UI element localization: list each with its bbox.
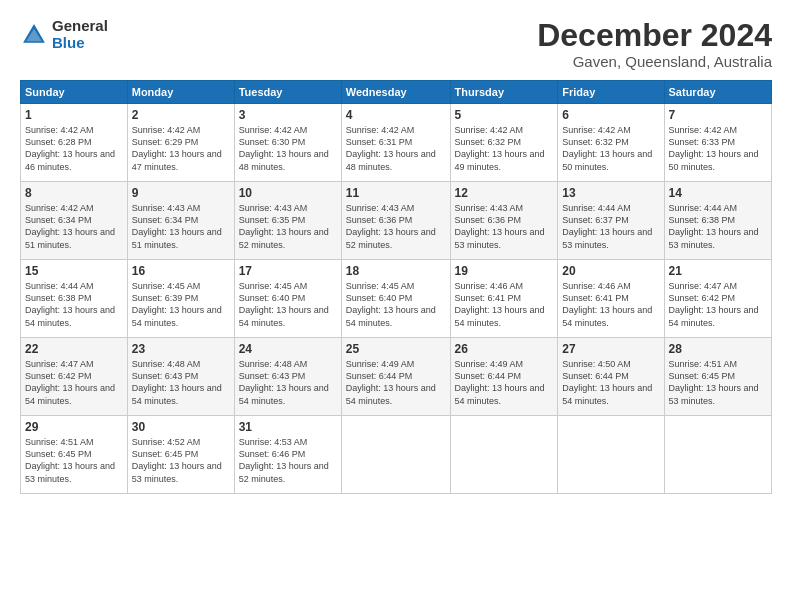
subtitle: Gaven, Queensland, Australia	[537, 53, 772, 70]
calendar-cell: 16 Sunrise: 4:45 AMSunset: 6:39 PMDaylig…	[127, 260, 234, 338]
calendar-body: 1 Sunrise: 4:42 AMSunset: 6:28 PMDayligh…	[21, 104, 772, 494]
day-number: 6	[562, 108, 659, 122]
day-number: 26	[455, 342, 554, 356]
calendar-cell: 24 Sunrise: 4:48 AMSunset: 6:43 PMDaylig…	[234, 338, 341, 416]
calendar-cell: 28 Sunrise: 4:51 AMSunset: 6:45 PMDaylig…	[664, 338, 771, 416]
logo-general: General	[52, 18, 108, 35]
calendar-cell: 5 Sunrise: 4:42 AMSunset: 6:32 PMDayligh…	[450, 104, 558, 182]
calendar: SundayMondayTuesdayWednesdayThursdayFrid…	[20, 80, 772, 494]
day-number: 20	[562, 264, 659, 278]
day-info: Sunrise: 4:45 AMSunset: 6:39 PMDaylight:…	[132, 280, 230, 329]
calendar-cell: 23 Sunrise: 4:48 AMSunset: 6:43 PMDaylig…	[127, 338, 234, 416]
weekday-header: Monday	[127, 81, 234, 104]
day-info: Sunrise: 4:42 AMSunset: 6:30 PMDaylight:…	[239, 124, 337, 173]
day-number: 22	[25, 342, 123, 356]
header: General Blue December 2024 Gaven, Queens…	[20, 18, 772, 70]
day-number: 27	[562, 342, 659, 356]
calendar-cell: 27 Sunrise: 4:50 AMSunset: 6:44 PMDaylig…	[558, 338, 664, 416]
day-info: Sunrise: 4:43 AMSunset: 6:34 PMDaylight:…	[132, 202, 230, 251]
day-info: Sunrise: 4:51 AMSunset: 6:45 PMDaylight:…	[669, 358, 767, 407]
calendar-cell: 7 Sunrise: 4:42 AMSunset: 6:33 PMDayligh…	[664, 104, 771, 182]
day-info: Sunrise: 4:47 AMSunset: 6:42 PMDaylight:…	[669, 280, 767, 329]
weekday-row: SundayMondayTuesdayWednesdayThursdayFrid…	[21, 81, 772, 104]
day-number: 18	[346, 264, 446, 278]
calendar-cell: 13 Sunrise: 4:44 AMSunset: 6:37 PMDaylig…	[558, 182, 664, 260]
page: General Blue December 2024 Gaven, Queens…	[0, 0, 792, 612]
calendar-cell: 30 Sunrise: 4:52 AMSunset: 6:45 PMDaylig…	[127, 416, 234, 494]
day-info: Sunrise: 4:42 AMSunset: 6:34 PMDaylight:…	[25, 202, 123, 251]
logo-blue: Blue	[52, 35, 108, 52]
day-number: 30	[132, 420, 230, 434]
day-info: Sunrise: 4:43 AMSunset: 6:36 PMDaylight:…	[346, 202, 446, 251]
day-info: Sunrise: 4:46 AMSunset: 6:41 PMDaylight:…	[562, 280, 659, 329]
calendar-cell	[450, 416, 558, 494]
day-info: Sunrise: 4:42 AMSunset: 6:28 PMDaylight:…	[25, 124, 123, 173]
calendar-cell: 19 Sunrise: 4:46 AMSunset: 6:41 PMDaylig…	[450, 260, 558, 338]
day-number: 2	[132, 108, 230, 122]
calendar-cell: 10 Sunrise: 4:43 AMSunset: 6:35 PMDaylig…	[234, 182, 341, 260]
calendar-cell: 12 Sunrise: 4:43 AMSunset: 6:36 PMDaylig…	[450, 182, 558, 260]
calendar-cell: 29 Sunrise: 4:51 AMSunset: 6:45 PMDaylig…	[21, 416, 128, 494]
calendar-cell: 8 Sunrise: 4:42 AMSunset: 6:34 PMDayligh…	[21, 182, 128, 260]
calendar-cell: 26 Sunrise: 4:49 AMSunset: 6:44 PMDaylig…	[450, 338, 558, 416]
logo-text: General Blue	[52, 18, 108, 51]
calendar-week-row: 8 Sunrise: 4:42 AMSunset: 6:34 PMDayligh…	[21, 182, 772, 260]
day-number: 24	[239, 342, 337, 356]
calendar-cell: 20 Sunrise: 4:46 AMSunset: 6:41 PMDaylig…	[558, 260, 664, 338]
weekday-header: Sunday	[21, 81, 128, 104]
calendar-cell: 17 Sunrise: 4:45 AMSunset: 6:40 PMDaylig…	[234, 260, 341, 338]
logo: General Blue	[20, 18, 108, 51]
day-info: Sunrise: 4:45 AMSunset: 6:40 PMDaylight:…	[239, 280, 337, 329]
calendar-cell: 15 Sunrise: 4:44 AMSunset: 6:38 PMDaylig…	[21, 260, 128, 338]
calendar-cell: 6 Sunrise: 4:42 AMSunset: 6:32 PMDayligh…	[558, 104, 664, 182]
calendar-cell	[664, 416, 771, 494]
day-info: Sunrise: 4:44 AMSunset: 6:38 PMDaylight:…	[669, 202, 767, 251]
weekday-header: Tuesday	[234, 81, 341, 104]
day-info: Sunrise: 4:51 AMSunset: 6:45 PMDaylight:…	[25, 436, 123, 485]
calendar-cell: 3 Sunrise: 4:42 AMSunset: 6:30 PMDayligh…	[234, 104, 341, 182]
day-info: Sunrise: 4:48 AMSunset: 6:43 PMDaylight:…	[239, 358, 337, 407]
day-number: 8	[25, 186, 123, 200]
day-number: 19	[455, 264, 554, 278]
calendar-cell: 1 Sunrise: 4:42 AMSunset: 6:28 PMDayligh…	[21, 104, 128, 182]
calendar-week-row: 29 Sunrise: 4:51 AMSunset: 6:45 PMDaylig…	[21, 416, 772, 494]
day-number: 17	[239, 264, 337, 278]
main-title: December 2024	[537, 18, 772, 53]
day-number: 3	[239, 108, 337, 122]
day-number: 16	[132, 264, 230, 278]
weekday-header: Wednesday	[341, 81, 450, 104]
day-number: 21	[669, 264, 767, 278]
day-info: Sunrise: 4:49 AMSunset: 6:44 PMDaylight:…	[455, 358, 554, 407]
calendar-week-row: 1 Sunrise: 4:42 AMSunset: 6:28 PMDayligh…	[21, 104, 772, 182]
day-info: Sunrise: 4:42 AMSunset: 6:31 PMDaylight:…	[346, 124, 446, 173]
day-info: Sunrise: 4:48 AMSunset: 6:43 PMDaylight:…	[132, 358, 230, 407]
day-number: 14	[669, 186, 767, 200]
day-info: Sunrise: 4:52 AMSunset: 6:45 PMDaylight:…	[132, 436, 230, 485]
day-number: 10	[239, 186, 337, 200]
calendar-header: SundayMondayTuesdayWednesdayThursdayFrid…	[21, 81, 772, 104]
day-number: 23	[132, 342, 230, 356]
weekday-header: Friday	[558, 81, 664, 104]
calendar-cell	[341, 416, 450, 494]
calendar-week-row: 15 Sunrise: 4:44 AMSunset: 6:38 PMDaylig…	[21, 260, 772, 338]
calendar-week-row: 22 Sunrise: 4:47 AMSunset: 6:42 PMDaylig…	[21, 338, 772, 416]
day-info: Sunrise: 4:53 AMSunset: 6:46 PMDaylight:…	[239, 436, 337, 485]
day-number: 12	[455, 186, 554, 200]
calendar-cell: 21 Sunrise: 4:47 AMSunset: 6:42 PMDaylig…	[664, 260, 771, 338]
day-number: 4	[346, 108, 446, 122]
day-info: Sunrise: 4:42 AMSunset: 6:29 PMDaylight:…	[132, 124, 230, 173]
day-number: 31	[239, 420, 337, 434]
day-number: 7	[669, 108, 767, 122]
calendar-cell	[558, 416, 664, 494]
day-number: 13	[562, 186, 659, 200]
calendar-cell: 18 Sunrise: 4:45 AMSunset: 6:40 PMDaylig…	[341, 260, 450, 338]
day-info: Sunrise: 4:50 AMSunset: 6:44 PMDaylight:…	[562, 358, 659, 407]
day-number: 25	[346, 342, 446, 356]
weekday-header: Thursday	[450, 81, 558, 104]
logo-icon	[20, 21, 48, 49]
calendar-cell: 25 Sunrise: 4:49 AMSunset: 6:44 PMDaylig…	[341, 338, 450, 416]
day-number: 5	[455, 108, 554, 122]
day-number: 15	[25, 264, 123, 278]
day-number: 11	[346, 186, 446, 200]
calendar-cell: 2 Sunrise: 4:42 AMSunset: 6:29 PMDayligh…	[127, 104, 234, 182]
